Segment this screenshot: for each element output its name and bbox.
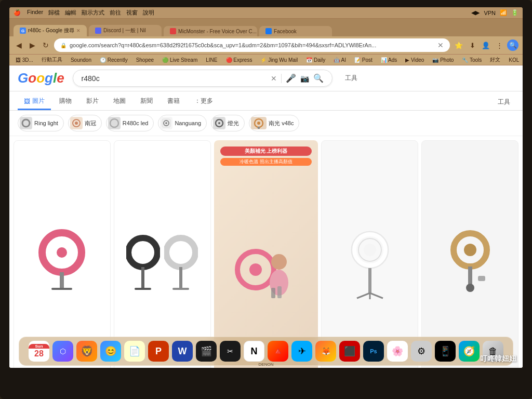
tab-more[interactable]: ：更多 [188,94,219,110]
dock-app1[interactable]: 🦊 [315,341,336,362]
bookmark-3d[interactable]: 🖼 3D... [14,57,35,63]
address-clear-icon[interactable]: ✕ [437,41,444,49]
dock-siri[interactable]: ⬡ [52,341,73,362]
bookmark-jwmail[interactable]: ⚡ Jing Wu Mail [258,57,300,63]
dock-finder[interactable]: 😊 [100,341,121,362]
dock-app2[interactable]: ⬛ [339,341,360,362]
bookmark-livestream[interactable]: 🟢 Live Stream [160,57,200,63]
reload-button[interactable]: ↻ [41,40,51,50]
menu-window[interactable]: 視窗 [126,9,138,17]
macos-menubar: 🍎 Finder 歸檔 編輯 顯示方式 前往 視窗 說明 ◀▶ VPN 📶 🔋 [9,7,523,19]
svg-point-16 [128,238,157,267]
bookmark-ai[interactable]: 🤖 AI [331,57,348,63]
search-icon-btn[interactable]: 🔍 [507,39,518,51]
dock-fcpx[interactable]: 🎬 [196,341,217,362]
address-bar[interactable]: 🔒 google.com/search?q=r480c&esm=638d2f92… [54,38,450,52]
search-clear-button[interactable]: ✕ [271,74,277,83]
voice-search-icon[interactable]: 🎤 [286,73,296,83]
menu-button[interactable]: ⋮ [494,39,505,51]
chip-r480c[interactable]: R480c led [106,115,154,131]
bookmark-tools[interactable]: 🔧 Tools [460,57,484,63]
tools-right-button[interactable]: 工具 [494,95,514,110]
tab-close-button[interactable]: ✕ [76,28,81,33]
dock-notion[interactable]: N [244,341,264,362]
menu-edit[interactable]: 編輯 [65,9,76,17]
search-submit-icon[interactable]: 🔍 [313,73,324,83]
image-result-ad[interactable]: 美顏補光 上榜利器 冷暖色溫 照出主播高顏值 [214,140,318,368]
forward-button[interactable]: ▶ [27,40,37,50]
dock-swift[interactable]: 🔺 [268,341,288,362]
chip-ring-light[interactable]: Ring light [18,115,64,131]
google-logo-area: Google [18,70,64,86]
profile-button[interactable]: 👤 [480,39,491,51]
svg-rect-32 [368,268,371,294]
image-result-4[interactable] [321,140,418,368]
svg-rect-27 [277,286,282,298]
tab-micmonster[interactable]: MicMonster - Free Voice Over C... [164,26,257,36]
tab-maps[interactable]: 地圖 [107,94,132,110]
ring-light-svg-1 [36,221,88,294]
dock-brave[interactable]: 🦁 [76,341,97,362]
tab-news[interactable]: 新聞 [134,94,159,110]
google-searchbar[interactable]: r480c ✕ 🎤 📷 🔍 [73,70,332,87]
tab-discord[interactable]: Discord | 一般 | Nil [89,25,162,36]
active-tab[interactable]: G r480c - Google 搜尋 ✕ [14,25,87,36]
chip-nanguan[interactable]: 南冠 [68,115,102,131]
dock-iphone-mirror[interactable]: 📱 [435,341,456,362]
ring-light-svg-2b [164,221,198,294]
bookmark-line[interactable]: LINE [204,57,219,63]
bookmark-kol[interactable]: KOL [507,57,521,63]
bookmark-ads[interactable]: 📊 Ads [379,57,399,63]
watermark: 叮咚韓妞妞 [480,354,516,364]
tab-facebook[interactable]: Facebook [259,26,332,36]
bookmark-post[interactable]: 📝 Post [352,57,375,63]
dock-settings[interactable]: ⚙ [411,341,432,362]
extension-button[interactable]: ⭐ [453,39,464,51]
dock-notes[interactable]: 📄 [124,341,145,362]
svg-rect-14 [60,272,64,288]
tab-label-fb: Facebook [274,29,297,34]
dock-safari[interactable]: 🧭 [459,341,480,362]
downloads-button[interactable]: ⬇ [467,39,478,51]
bookmark-video[interactable]: ▶ Video [403,57,426,63]
menu-archive[interactable]: 歸檔 [48,9,60,17]
dock-photos[interactable]: 🌸 [387,341,408,362]
bookmark-daily[interactable]: 📅 Daily [304,57,327,63]
bookmark-mobile[interactable]: 行動工具 [39,56,64,64]
apple-menu-icon[interactable]: 🍎 [14,9,21,16]
bookmark-soundon[interactable]: Soundon [69,57,94,63]
bookmark-recently[interactable]: 🕐 Recently [98,57,130,63]
dock-calendar[interactable]: Sun 28 [29,341,49,362]
dock-powerpoint[interactable]: P [148,341,169,362]
svg-rect-26 [271,288,275,298]
image-search-icon[interactable]: 📷 [300,74,309,83]
tab-images[interactable]: 🖼 圖片 [18,94,51,110]
menu-view[interactable]: 顯示方式 [82,9,104,17]
chip-nanguang-v48c-icon [251,117,267,129]
chip-nanguang-v48c[interactable]: 南光 v48c [249,115,299,131]
image-result-2[interactable] [114,140,211,368]
bookmark-express[interactable]: 🔴 Express [224,57,255,63]
back-button[interactable]: ◀ [14,40,24,50]
tools-button[interactable]: 工具 [341,72,362,85]
dock-testflight[interactable]: ✈ [291,341,312,362]
bookmark-good-text[interactable]: 好文 [488,56,502,64]
tab-videos[interactable]: 影片 [80,94,105,110]
dock-photoshop[interactable]: Ps [363,341,384,362]
chip-nanguang[interactable]: Nanguang [158,115,207,131]
dock-capcut[interactable]: ✂ [220,341,241,362]
bookmark-shopee[interactable]: Shopee [134,57,156,63]
image-result-5[interactable] [421,140,518,368]
menu-finder[interactable]: Finder [27,9,43,17]
bookmark-photo[interactable]: 📷 Photo [430,57,456,63]
tab-books[interactable]: 書籍 [161,94,186,110]
menu-help[interactable]: 說明 [143,9,154,17]
image-result-1[interactable] [14,140,111,368]
tab-shopping[interactable]: 購物 [53,94,78,110]
dock-word[interactable]: W [172,341,193,362]
chip-dengguang[interactable]: 燈光 [211,115,245,131]
menu-go[interactable]: 前往 [110,9,121,17]
search-term-text: r480c [82,74,267,83]
svg-rect-20 [179,267,182,288]
menu-wifi-icon: 📶 [500,9,507,16]
